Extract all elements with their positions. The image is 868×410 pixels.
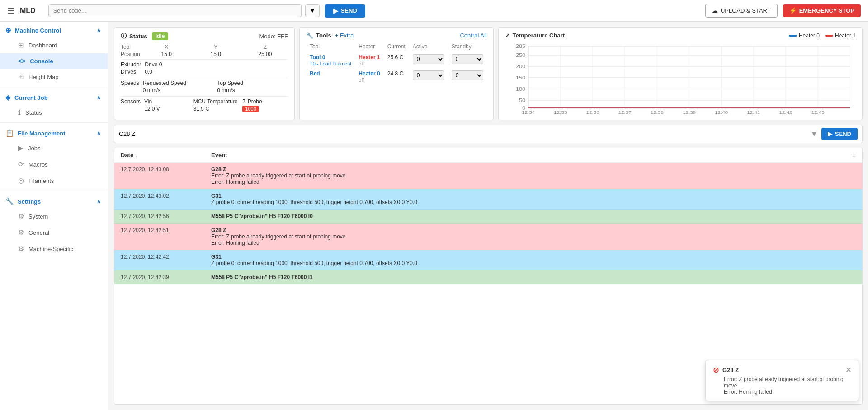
command-input[interactable] [119, 130, 807, 137]
toast-close-btn[interactable]: ✕ [845, 366, 851, 374]
toast-line2: Error: Homing failed [724, 389, 851, 395]
top-speed-value: 0 mm/s [217, 87, 288, 93]
code-input-wrap: ▼ [48, 4, 320, 17]
status-mode: Mode: FFF [259, 33, 288, 40]
macros-icon: ⟳ [18, 160, 24, 168]
current-job-icon: ◈ [5, 93, 11, 102]
heater-active-select-1[interactable]: 0 [413, 70, 444, 80]
sidebar-section-file-management[interactable]: 📋 File Management ∧ [0, 125, 108, 140]
tools-control-all-btn[interactable]: Control All [460, 32, 486, 39]
console-row: 12.7.2020, 12:42:42 G31Z probe 0: curren… [114, 250, 862, 270]
status-icon: ℹ [18, 108, 21, 116]
upload-cloud-icon: ☁ [712, 7, 718, 14]
filaments-label: Filaments [28, 177, 54, 184]
code-input[interactable] [48, 4, 302, 17]
sidebar-item-system[interactable]: ⚙ System [0, 208, 108, 224]
tools-wrench-icon: 🔧 [306, 32, 313, 39]
machine-specific-icon: ⚙ [18, 245, 24, 253]
date-sort-icon: ↓ [135, 152, 138, 158]
heater1-legend-label: Heater 1 [835, 33, 856, 39]
col-current: Current [384, 42, 409, 52]
general-icon: ⚙ [18, 228, 24, 237]
pos-x: 15.0 [144, 51, 189, 57]
dashboard-icon: ⊞ [18, 41, 24, 49]
heater-name-cell-0: Heater 1 off [355, 52, 383, 69]
toast-line1: Error: Z probe already triggered at star… [724, 376, 851, 389]
status-panel-title: ⓘ Status [121, 32, 147, 40]
sidebar-item-filaments[interactable]: ◎ Filaments [0, 172, 108, 189]
machine-control-chevron: ∧ [97, 27, 101, 33]
temp-panel: ↗ Temperature Chart Heater 0 Heater 1 [498, 27, 863, 120]
sidebar-item-jobs[interactable]: ▶ Jobs [0, 140, 108, 156]
console-label: Console [30, 58, 53, 65]
zprobe-badge: 1000 [242, 106, 259, 112]
tool-link-0[interactable]: T0 - Load Filament [310, 61, 351, 66]
code-dropdown-btn[interactable]: ▼ [305, 4, 319, 17]
sidebar-item-console[interactable]: <> Console [0, 53, 108, 69]
svg-text:0: 0 [522, 106, 525, 110]
settings-chevron: ∧ [97, 198, 101, 205]
table-menu-icon[interactable]: ≡ [852, 152, 856, 158]
sidebar-item-height-map[interactable]: ⊞ Height Map [0, 69, 108, 85]
tools-extra-btn[interactable]: + Extra [335, 32, 354, 39]
machine-control-icon: ⊕ [5, 26, 11, 34]
sidebar-section-machine-control[interactable]: ⊕ Machine Control ∧ [0, 22, 108, 37]
status-panel: ⓘ Status Idle Mode: FFF Tool X Y Z Posit… [114, 27, 295, 120]
jobs-icon: ▶ [18, 144, 24, 152]
drives-value: 0.0 [145, 69, 288, 75]
topbar-send-button[interactable]: ▶ SEND [325, 4, 365, 18]
console-row: 12.7.2020, 12:42:56 M558 P5 C"zprobe.in"… [114, 210, 862, 224]
tool-name-0[interactable]: Tool 0 [310, 54, 325, 61]
extruder-label: Extruder [121, 61, 141, 68]
row-event-2: M558 P5 C"zprobe.in" H5 F120 T6000 I0 [211, 213, 856, 219]
top-panels: ⓘ Status Idle Mode: FFF Tool X Y Z Posit… [114, 27, 863, 120]
upload-start-button[interactable]: ☁ UPLOAD & START [705, 4, 778, 18]
sidebar-item-machine-specific[interactable]: ⚙ Machine-Specific [0, 241, 108, 257]
emergency-bolt-icon: ⚡ [789, 7, 797, 14]
mcu-value: 31.5 C [193, 106, 239, 112]
heater-standby-select-0[interactable]: 0 [452, 54, 483, 64]
heater-standby-cell-0: 0 [448, 52, 487, 69]
svg-text:12:42: 12:42 [779, 110, 792, 114]
position-label: Position [121, 51, 140, 57]
row-date-5: 12.7.2020, 12:42:39 [121, 274, 211, 280]
filaments-icon: ◎ [18, 177, 24, 185]
drives-label: Drives [121, 69, 141, 75]
console-row: 12.7.2020, 12:43:02 G31Z probe 0: curren… [114, 189, 862, 210]
dashboard-label: Dashboard [28, 42, 57, 49]
command-dropdown-btn[interactable]: ▼ [811, 130, 818, 138]
sidebar-item-macros[interactable]: ⟳ Macros [0, 156, 108, 172]
command-send-button[interactable]: ▶ SEND [821, 128, 858, 140]
machine-control-label: Machine Control [15, 27, 61, 34]
position-grid: Tool X Y Z Position 15.0 15.0 25.00 [121, 44, 288, 57]
top-speed-label: Top Speed [217, 80, 288, 86]
temp-header: ↗ Temperature Chart Heater 0 Heater 1 [505, 32, 856, 39]
heater-state-0: off [359, 61, 364, 66]
heater-active-select-0[interactable]: 0 [413, 54, 444, 64]
menu-icon[interactable]: ☰ [7, 6, 14, 16]
sidebar-item-general[interactable]: ⚙ General [0, 224, 108, 241]
tools-panel: 🔧 Tools + Extra Control All Tool Heater … [299, 27, 494, 120]
row-date-4: 12.7.2020, 12:42:42 [121, 254, 211, 266]
sidebar-section-current-job[interactable]: ◈ Current Job ∧ [0, 89, 108, 104]
sidebar-section-settings[interactable]: 🔧 Settings ∧ [0, 193, 108, 208]
tool-name-1[interactable]: Bed [310, 70, 320, 77]
sidebar-item-dashboard[interactable]: ⊞ Dashboard [0, 37, 108, 53]
heater-name-1[interactable]: Heater 0 [359, 70, 380, 77]
row-date-2: 12.7.2020, 12:42:56 [121, 213, 211, 219]
file-management-chevron: ∧ [97, 130, 101, 136]
heater-standby-select-1[interactable]: 0 [452, 70, 483, 80]
sidebar-item-status[interactable]: ℹ Status [0, 104, 108, 121]
upload-label: UPLOAD & START [721, 7, 771, 14]
toast-body: Error: Z probe already triggered at star… [713, 376, 851, 395]
sensor-grid: Sensors Vin MCU Temperature Z-Probe 12.0… [121, 98, 288, 112]
x-header: X [144, 44, 189, 50]
heater-name-0[interactable]: Heater 1 [359, 54, 380, 61]
emergency-stop-button[interactable]: ⚡ EMERGENCY STOP [783, 4, 861, 17]
jobs-label: Jobs [28, 145, 40, 152]
row-date-0: 12.7.2020, 12:43:08 [121, 166, 211, 185]
svg-text:12:34: 12:34 [522, 110, 535, 114]
tools-title: 🔧 Tools [306, 32, 331, 39]
col-date-header[interactable]: Date ↓ [121, 152, 211, 158]
row-event-4: G31Z probe 0: current reading 1000, thre… [211, 254, 856, 266]
